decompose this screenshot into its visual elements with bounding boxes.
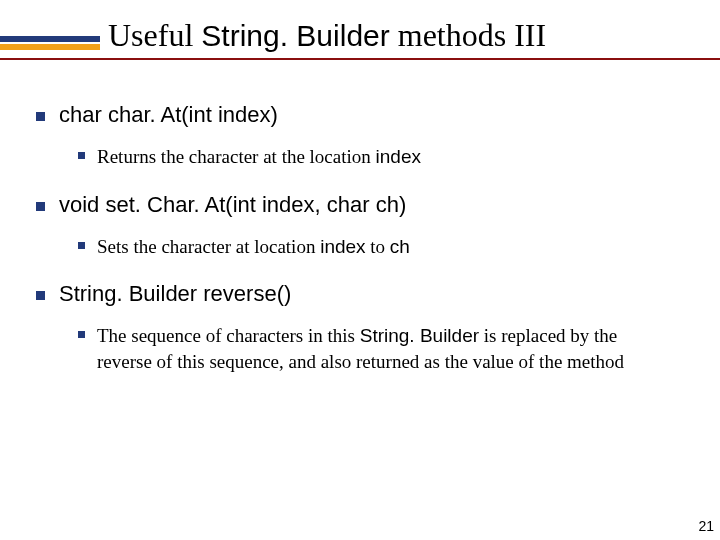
bullet-3-sub: The sequence of characters in this Strin… bbox=[78, 323, 684, 374]
text: Returns the character at the location bbox=[97, 146, 376, 167]
title-pre: Useful bbox=[108, 17, 201, 53]
accent-bar-blue bbox=[0, 36, 100, 42]
bullet-1-sub-text: Returns the character at the location in… bbox=[97, 144, 421, 170]
code: String. Builder bbox=[360, 325, 479, 346]
bullet-icon bbox=[36, 112, 45, 121]
slide-body: char char. At(int index) Returns the cha… bbox=[36, 80, 684, 375]
title-underline bbox=[0, 58, 720, 60]
bullet-icon bbox=[78, 331, 85, 338]
bullet-1-heading: char char. At(int index) bbox=[59, 102, 278, 128]
bullet-2-heading: void set. Char. At(int index, char ch) bbox=[59, 192, 406, 218]
code: index bbox=[320, 236, 365, 257]
page-number: 21 bbox=[698, 518, 714, 534]
title-accent bbox=[0, 36, 100, 50]
bullet-icon bbox=[78, 242, 85, 249]
code: index bbox=[376, 146, 421, 167]
bullet-icon bbox=[78, 152, 85, 159]
slide-title: Useful String. Builder methods III bbox=[108, 18, 546, 53]
bullet-3: String. Builder reverse() The sequence o… bbox=[36, 281, 684, 374]
bullet-2-sub: Sets the character at location index to … bbox=[78, 234, 684, 260]
title-post: methods III bbox=[390, 17, 546, 53]
bullet-1: char char. At(int index) Returns the cha… bbox=[36, 102, 684, 170]
bullet-icon bbox=[36, 291, 45, 300]
bullet-2: void set. Char. At(int index, char ch) S… bbox=[36, 192, 684, 260]
code: ch bbox=[390, 236, 410, 257]
bullet-3-heading: String. Builder reverse() bbox=[59, 281, 291, 307]
title-mid: String. Builder bbox=[201, 19, 389, 52]
accent-bar-orange bbox=[0, 44, 100, 50]
bullet-2-sub-text: Sets the character at location index to … bbox=[97, 234, 410, 260]
bullet-icon bbox=[36, 202, 45, 211]
text: to bbox=[366, 236, 390, 257]
text: Sets the character at location bbox=[97, 236, 320, 257]
bullet-3-sub-text: The sequence of characters in this Strin… bbox=[97, 323, 657, 374]
bullet-1-sub: Returns the character at the location in… bbox=[78, 144, 684, 170]
text: The sequence of characters in this bbox=[97, 325, 360, 346]
